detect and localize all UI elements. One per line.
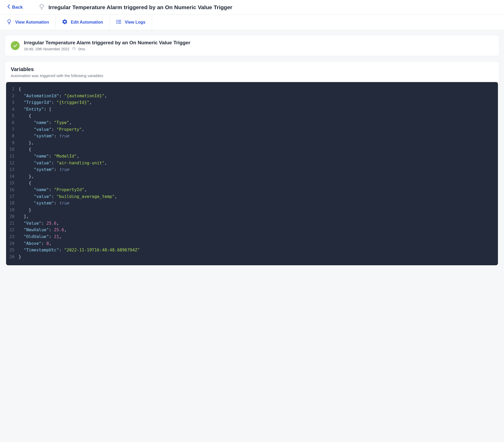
svg-point-0 — [117, 20, 117, 21]
code-line: 12 "value": "air-handling-unit", — [6, 160, 498, 166]
code-content: "TriggerId": "{triggerId}", — [19, 99, 92, 106]
line-number: 21 — [6, 220, 19, 227]
line-number: 26 — [6, 254, 19, 260]
code-content: "system": true — [19, 133, 69, 139]
variables-subheading: Automation was triggered with the follow… — [11, 73, 493, 78]
line-number: 9 — [6, 139, 19, 146]
code-content: "value": "Property", — [19, 126, 84, 133]
toolbar-label: Edit Automation — [71, 20, 103, 25]
back-button[interactable]: Back — [7, 4, 23, 10]
code-line: 22 "NewValue": 25.6, — [6, 227, 498, 233]
gear-icon — [62, 19, 68, 26]
code-line: 3 "TriggerId": "{triggerId}", — [6, 99, 498, 106]
line-number: 4 — [6, 106, 19, 113]
code-line: 15 { — [6, 180, 498, 186]
code-content: "TimestampUtc": "2022-11-19T16:48:48.689… — [19, 247, 140, 254]
toolbar-label: View Logs — [125, 20, 146, 25]
code-line: 14 }, — [6, 173, 498, 180]
code-line: 4 "Entity": [ — [6, 106, 498, 113]
code-content: "value": "air-handling-unit", — [19, 160, 107, 166]
page-title: Irregular Temperature Alarm triggered by… — [49, 4, 232, 10]
code-line: 23 "OldValue": 21, — [6, 233, 498, 240]
line-number: 22 — [6, 227, 19, 233]
code-line: 5 { — [6, 112, 498, 119]
line-number: 3 — [6, 99, 19, 106]
line-number: 18 — [6, 200, 19, 207]
code-content: "OldValue": 21, — [19, 233, 62, 240]
view-automation-button[interactable]: View Automation — [0, 15, 56, 30]
line-number: 25 — [6, 247, 19, 254]
code-line: 8 "system": true — [6, 133, 498, 139]
line-number: 2 — [6, 93, 19, 99]
line-number: 14 — [6, 173, 19, 180]
code-content: "NewValue": 25.6, — [19, 227, 67, 233]
list-icon — [116, 19, 122, 26]
svg-point-2 — [117, 21, 117, 22]
lightbulb-icon — [39, 4, 45, 11]
code-line: 17 "value": "building_average_temp", — [6, 193, 498, 200]
code-line: 26} — [6, 254, 498, 260]
variables-code-block[interactable]: 1{2 "AutomationId": "{automationId}",3 "… — [6, 82, 498, 265]
run-duration: 0ms — [78, 47, 85, 51]
code-line: 1{ — [6, 86, 498, 93]
code-line: 18 "system": true — [6, 200, 498, 207]
line-number: 8 — [6, 133, 19, 139]
line-number: 19 — [6, 207, 19, 213]
code-line: 9 }, — [6, 139, 498, 146]
code-content: } — [19, 254, 21, 260]
code-content: "Above": 0, — [19, 240, 51, 247]
code-content: { — [19, 86, 21, 93]
toolbar-label: View Automation — [15, 20, 49, 25]
clock-icon — [72, 47, 76, 51]
line-number: 24 — [6, 240, 19, 247]
page-header: Back Irregular Temperature Alarm trigger… — [0, 0, 504, 15]
line-number: 7 — [6, 126, 19, 133]
code-line: 13 "system": true — [6, 166, 498, 173]
status-success-badge — [11, 41, 20, 50]
code-line: 2 "AutomationId": "{automationId}", — [6, 93, 498, 99]
line-number: 1 — [6, 86, 19, 93]
run-timestamp: 16:49, 19th November 2022 — [24, 47, 69, 51]
svg-point-4 — [117, 23, 117, 24]
code-line: 19 } — [6, 207, 498, 213]
line-number: 10 — [6, 146, 19, 153]
line-number: 13 — [6, 166, 19, 173]
code-content: { — [19, 180, 31, 186]
code-content: "name": "Type", — [19, 119, 72, 126]
run-status-card: Irregular Temperature Alarm triggered by… — [5, 35, 499, 56]
code-line: 7 "value": "Property", — [6, 126, 498, 133]
code-content: "name": "ModelId", — [19, 153, 79, 160]
run-meta: 16:49, 19th November 2022 0ms — [24, 47, 190, 51]
code-line: 20 ], — [6, 213, 498, 220]
code-content: "Entity": [ — [19, 106, 51, 113]
back-label: Back — [12, 5, 23, 10]
code-line: 21 "Value": 25.6, — [6, 220, 498, 227]
header-title-wrap: Irregular Temperature Alarm triggered by… — [39, 4, 232, 11]
line-number: 5 — [6, 112, 19, 119]
line-number: 15 — [6, 180, 19, 186]
line-number: 11 — [6, 153, 19, 160]
code-content: "AutomationId": "{automationId}", — [19, 93, 107, 99]
code-line: 11 "name": "ModelId", — [6, 153, 498, 160]
code-content: { — [19, 112, 31, 119]
code-content: } — [19, 207, 31, 213]
code-line: 16 "name": "PropertyId", — [6, 186, 498, 193]
code-content: "value": "building_average_temp", — [19, 193, 117, 200]
code-content: "system": true — [19, 200, 69, 207]
code-content: "name": "PropertyId", — [19, 186, 87, 193]
code-line: 6 "name": "Type", — [6, 119, 498, 126]
line-number: 6 — [6, 119, 19, 126]
code-line: 24 "Above": 0, — [6, 240, 498, 247]
chevron-left-icon — [7, 4, 10, 10]
line-number: 12 — [6, 160, 19, 166]
variables-card: Variables Automation was triggered with … — [5, 61, 499, 267]
code-content: }, — [19, 173, 34, 180]
lightbulb-icon — [6, 19, 12, 26]
edit-automation-button[interactable]: Edit Automation — [56, 15, 110, 30]
code-line: 25 "TimestampUtc": "2022-11-19T16:48:48.… — [6, 247, 498, 254]
code-line: 10 { — [6, 146, 498, 153]
view-logs-button[interactable]: View Logs — [110, 15, 152, 30]
content-area: Irregular Temperature Alarm triggered by… — [0, 30, 504, 271]
code-content: }, — [19, 139, 34, 146]
line-number: 20 — [6, 213, 19, 220]
